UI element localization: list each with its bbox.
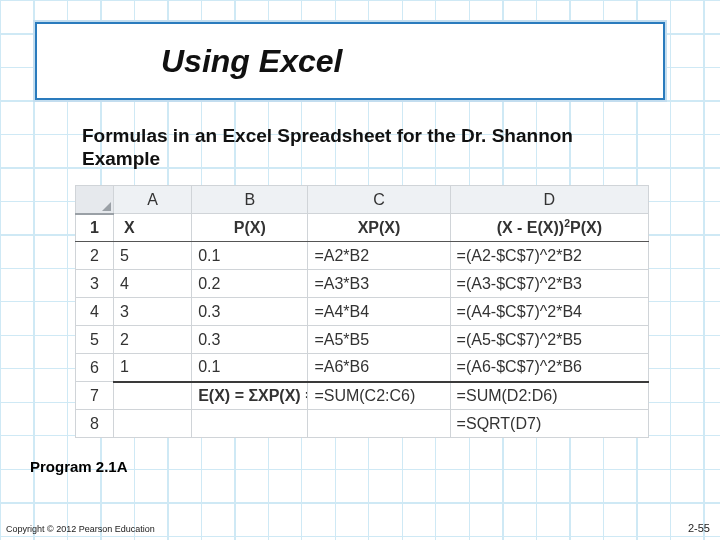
cell-B3[interactable]: 0.2 [192, 270, 308, 298]
copyright-text: Copyright © 2012 Pearson Education [6, 524, 155, 534]
cell-C6[interactable]: =A6*B6 [308, 354, 450, 382]
table-row: 5 2 0.3 =A5*B5 =(A5-$C$7)^2*B5 [76, 326, 649, 354]
row-header[interactable]: 2 [76, 242, 114, 270]
cell-B8[interactable] [192, 410, 308, 438]
table-row: 3 4 0.2 =A3*B3 =(A3-$C$7)^2*B3 [76, 270, 649, 298]
cell-A7[interactable] [114, 382, 192, 410]
cell-A4[interactable]: 3 [114, 298, 192, 326]
cell-C2[interactable]: =A2*B2 [308, 242, 450, 270]
cell-A3[interactable]: 4 [114, 270, 192, 298]
row-header[interactable]: 8 [76, 410, 114, 438]
column-header-D[interactable]: D [450, 186, 648, 214]
cell-A5[interactable]: 2 [114, 326, 192, 354]
cell-C1[interactable]: XP(X) [308, 214, 450, 242]
cell-D5[interactable]: =(A5-$C$7)^2*B5 [450, 326, 648, 354]
cell-D6[interactable]: =(A6-$C$7)^2*B6 [450, 354, 648, 382]
title-bar: Using Excel [35, 22, 665, 100]
cell-D1[interactable]: (X - E(X))2P(X) [450, 214, 648, 242]
cell-A6[interactable]: 1 [114, 354, 192, 382]
row-header[interactable]: 1 [76, 214, 114, 242]
cell-C4[interactable]: =A4*B4 [308, 298, 450, 326]
row-header[interactable]: 5 [76, 326, 114, 354]
row-header[interactable]: 4 [76, 298, 114, 326]
cell-D3[interactable]: =(A3-$C$7)^2*B3 [450, 270, 648, 298]
row-header[interactable]: 3 [76, 270, 114, 298]
column-header-row: A B C D [76, 186, 649, 214]
row-header[interactable]: 6 [76, 354, 114, 382]
cell-B2[interactable]: 0.1 [192, 242, 308, 270]
cell-B4[interactable]: 0.3 [192, 298, 308, 326]
table-row: 7 E(X) = ΣXP(X) = =SUM(C2:C6) =SUM(D2:D6… [76, 382, 649, 410]
cell-C8[interactable] [308, 410, 450, 438]
cell-D2[interactable]: =(A2-$C$7)^2*B2 [450, 242, 648, 270]
table-row: 6 1 0.1 =A6*B6 =(A6-$C$7)^2*B6 [76, 354, 649, 382]
slide-title: Using Excel [161, 43, 342, 80]
spreadsheet: A B C D 1 X P(X) XP(X) (X - E(X))2P(X) 2… [75, 185, 649, 438]
cell-A2[interactable]: 5 [114, 242, 192, 270]
cell-A8[interactable] [114, 410, 192, 438]
cell-D8[interactable]: =SQRT(D7) [450, 410, 648, 438]
cell-C5[interactable]: =A5*B5 [308, 326, 450, 354]
cell-B7[interactable]: E(X) = ΣXP(X) = [192, 382, 308, 410]
cell-C7[interactable]: =SUM(C2:C6) [308, 382, 450, 410]
page-number: 2-55 [688, 522, 710, 534]
column-header-A[interactable]: A [114, 186, 192, 214]
cell-C3[interactable]: =A3*B3 [308, 270, 450, 298]
row-header[interactable]: 7 [76, 382, 114, 410]
table-row: 8 =SQRT(D7) [76, 410, 649, 438]
column-header-B[interactable]: B [192, 186, 308, 214]
cell-B6[interactable]: 0.1 [192, 354, 308, 382]
column-header-C[interactable]: C [308, 186, 450, 214]
figure-caption: Program 2.1A [30, 458, 128, 475]
select-all-corner[interactable] [76, 186, 114, 214]
cell-B1[interactable]: P(X) [192, 214, 308, 242]
cell-B5[interactable]: 0.3 [192, 326, 308, 354]
cell-D7[interactable]: =SUM(D2:D6) [450, 382, 648, 410]
slide-subheading: Formulas in an Excel Spreadsheet for the… [82, 125, 642, 171]
table-row: 2 5 0.1 =A2*B2 =(A2-$C$7)^2*B2 [76, 242, 649, 270]
table-row: 1 X P(X) XP(X) (X - E(X))2P(X) [76, 214, 649, 242]
slide: Using Excel Formulas in an Excel Spreads… [0, 0, 720, 540]
cell-A1[interactable]: X [114, 214, 192, 242]
cell-D4[interactable]: =(A4-$C$7)^2*B4 [450, 298, 648, 326]
table-row: 4 3 0.3 =A4*B4 =(A4-$C$7)^2*B4 [76, 298, 649, 326]
